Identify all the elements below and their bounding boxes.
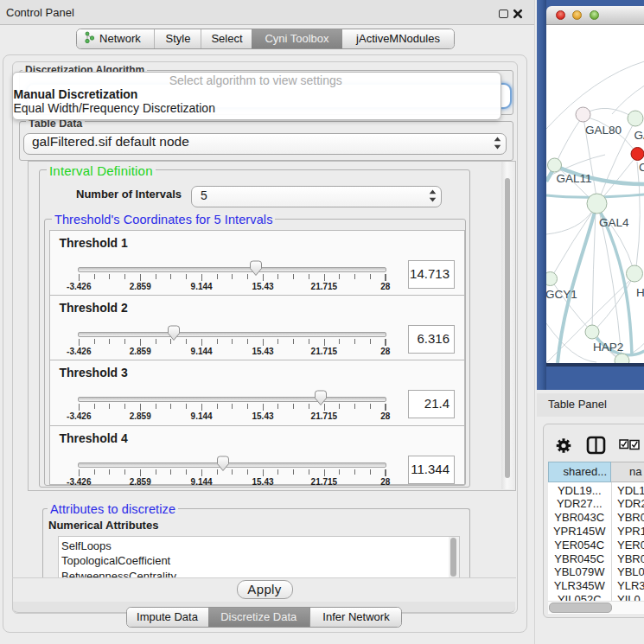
svg-text:CD: CD — [639, 161, 644, 174]
svg-text:GAL4: GAL4 — [599, 216, 629, 229]
svg-text:GCY1: GCY1 — [546, 288, 577, 301]
svg-text:GAL4: GAL4 — [634, 129, 644, 142]
svg-text:GAL11: GAL11 — [556, 172, 591, 185]
svg-text:HAP2: HAP2 — [593, 341, 623, 354]
svg-text:HIS: HIS — [636, 286, 644, 299]
svg-text:GAL80: GAL80 — [585, 123, 622, 136]
